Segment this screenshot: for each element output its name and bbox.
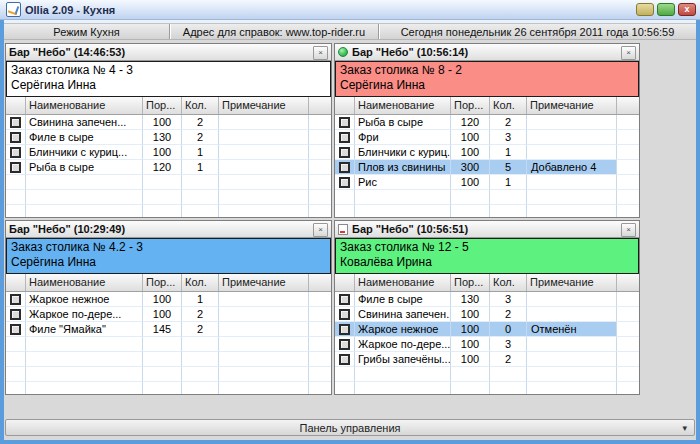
table-row[interactable]: Плов из свинины3005Добавлено 4 bbox=[335, 160, 639, 175]
checkbox-icon[interactable] bbox=[10, 147, 21, 158]
table-row[interactable]: Рыба в сыре1202 bbox=[335, 115, 639, 130]
checkbox-icon[interactable] bbox=[339, 354, 350, 365]
item-extra-cell bbox=[617, 205, 639, 218]
item-name-cell bbox=[26, 175, 143, 190]
item-qty-cell: 2 bbox=[182, 130, 219, 145]
window-title: Ollia 2.09 - Кухня bbox=[25, 4, 115, 16]
table-row[interactable]: Жаркое по-дере...1003 bbox=[335, 337, 639, 352]
item-extra-cell bbox=[617, 307, 639, 322]
table-row[interactable]: Филе в сыре1302 bbox=[6, 130, 331, 145]
item-check-cell bbox=[6, 322, 26, 337]
col-name: Наименование bbox=[26, 97, 143, 114]
checkbox-icon[interactable] bbox=[339, 339, 350, 350]
checkbox-icon[interactable] bbox=[10, 324, 21, 335]
panel-close-icon[interactable]: × bbox=[621, 46, 636, 60]
col-qty: Кол. bbox=[182, 274, 219, 291]
item-name-cell: Жаркое нежное bbox=[26, 292, 143, 307]
table-row-empty bbox=[335, 205, 639, 218]
col-portion: Пор... bbox=[451, 274, 490, 291]
table-row[interactable]: Филе "Ямайка"1452 bbox=[6, 322, 331, 337]
panel-close-icon[interactable]: × bbox=[621, 223, 636, 237]
panel-titlebar[interactable]: Бар "Небо" (14:46:53) × bbox=[6, 44, 331, 61]
checkbox-icon[interactable] bbox=[339, 294, 350, 305]
item-check-cell bbox=[335, 382, 355, 395]
minimize-button[interactable] bbox=[636, 3, 654, 16]
table-row[interactable]: Жаркое нежное1001 bbox=[6, 292, 331, 307]
item-portion-cell bbox=[143, 337, 182, 352]
item-check-cell bbox=[335, 175, 355, 190]
item-qty-cell bbox=[182, 337, 219, 352]
table-header-row: Наименование Пор... Кол. Примечание bbox=[335, 274, 639, 292]
item-portion-cell: 100 bbox=[451, 322, 490, 337]
item-qty-cell: 3 bbox=[490, 292, 527, 307]
panel-close-icon[interactable]: × bbox=[313, 46, 328, 60]
checkbox-icon[interactable] bbox=[10, 162, 21, 173]
item-extra-cell bbox=[309, 205, 331, 218]
col-extra bbox=[309, 274, 331, 291]
checkbox-icon[interactable] bbox=[339, 162, 350, 173]
item-name-cell: Блинчики с куриц... bbox=[26, 145, 143, 160]
checkbox-icon[interactable] bbox=[339, 132, 350, 143]
table-row[interactable]: Жаркое по-дере...1002 bbox=[6, 307, 331, 322]
item-qty-cell: 1 bbox=[182, 292, 219, 307]
panel-close-icon[interactable]: × bbox=[313, 223, 328, 237]
item-portion-cell bbox=[143, 190, 182, 205]
table-row[interactable]: Блинчики с куриц...1001 bbox=[6, 145, 331, 160]
item-qty-cell: 2 bbox=[490, 307, 527, 322]
item-extra-cell bbox=[309, 307, 331, 322]
checkbox-icon[interactable] bbox=[10, 132, 21, 143]
checkbox-icon[interactable] bbox=[339, 177, 350, 188]
close-button[interactable]: x bbox=[678, 3, 696, 16]
checkbox-icon[interactable] bbox=[339, 309, 350, 320]
table-row[interactable]: Блинчики с куриц...1001 bbox=[335, 145, 639, 160]
item-note-cell bbox=[527, 190, 617, 205]
item-note-cell bbox=[219, 160, 309, 175]
item-qty-cell bbox=[182, 367, 219, 382]
item-qty-cell bbox=[490, 367, 527, 382]
item-qty-cell: 0 bbox=[490, 322, 527, 337]
table-row[interactable]: Фри1003 bbox=[335, 130, 639, 145]
item-note-cell bbox=[219, 205, 309, 218]
table-row[interactable]: Филе в сыре1303 bbox=[335, 292, 639, 307]
checkbox-icon[interactable] bbox=[339, 147, 350, 158]
item-qty-cell bbox=[490, 382, 527, 395]
item-note-cell bbox=[219, 352, 309, 367]
table-row[interactable]: Грибы запечёны...1002 bbox=[335, 352, 639, 367]
table-body: Жаркое нежное1001Жаркое по-дере...1002Фи… bbox=[6, 292, 331, 395]
chevron-down-icon: ▾ bbox=[682, 423, 687, 433]
table-row[interactable]: Рис1001 bbox=[335, 175, 639, 190]
checkbox-icon[interactable] bbox=[339, 324, 350, 335]
item-qty-cell: 2 bbox=[490, 115, 527, 130]
item-extra-cell bbox=[617, 160, 639, 175]
table-row[interactable]: Жаркое нежное1000Отменён bbox=[335, 322, 639, 337]
window-content: Режим Кухня Адрес для справок: www.top-r… bbox=[4, 20, 696, 440]
item-extra-cell bbox=[617, 337, 639, 352]
item-name-cell: Жаркое по-дере... bbox=[355, 337, 451, 352]
item-name-cell: Филе в сыре bbox=[26, 130, 143, 145]
order-panel-table-12: Бар "Небо" (10:56:51) × Заказ столика № … bbox=[334, 220, 640, 395]
panel-titlebar[interactable]: Бар "Небо" (10:56:14) × bbox=[335, 44, 639, 61]
item-note-cell bbox=[219, 175, 309, 190]
panel-titlebar[interactable]: Бар "Небо" (10:29:49) × bbox=[6, 221, 331, 238]
item-qty-cell: 2 bbox=[182, 322, 219, 337]
orders-workspace: Бар "Небо" (14:46:53) × Заказ столика № … bbox=[4, 43, 696, 399]
control-panel-button[interactable]: Панель управления ▾ bbox=[5, 419, 695, 436]
panel-titlebar[interactable]: Бар "Небо" (10:56:51) × bbox=[335, 221, 639, 238]
maximize-button[interactable] bbox=[657, 3, 675, 16]
checkbox-icon[interactable] bbox=[10, 117, 21, 128]
checkbox-icon[interactable] bbox=[10, 294, 21, 305]
checkbox-icon[interactable] bbox=[10, 309, 21, 320]
item-extra-cell bbox=[309, 190, 331, 205]
order-header: Заказ столика № 4 - 3 Серёгина Инна bbox=[6, 61, 331, 97]
item-note-cell bbox=[527, 337, 617, 352]
table-row[interactable]: Рыба в сыре1201 bbox=[6, 160, 331, 175]
table-row-empty bbox=[6, 382, 331, 395]
table-row[interactable]: Свинина запечен...1002 bbox=[6, 115, 331, 130]
date-time-label: Сегодня понедельник 26 сентября 2011 год… bbox=[378, 24, 696, 39]
item-note-cell bbox=[219, 115, 309, 130]
checkbox-icon[interactable] bbox=[339, 117, 350, 128]
item-qty-cell: 2 bbox=[182, 115, 219, 130]
item-check-cell bbox=[6, 145, 26, 160]
order-header: Заказ столика № 4.2 - 3 Серёгина Инна bbox=[6, 238, 331, 274]
table-row[interactable]: Свинина запечен...1002 bbox=[335, 307, 639, 322]
